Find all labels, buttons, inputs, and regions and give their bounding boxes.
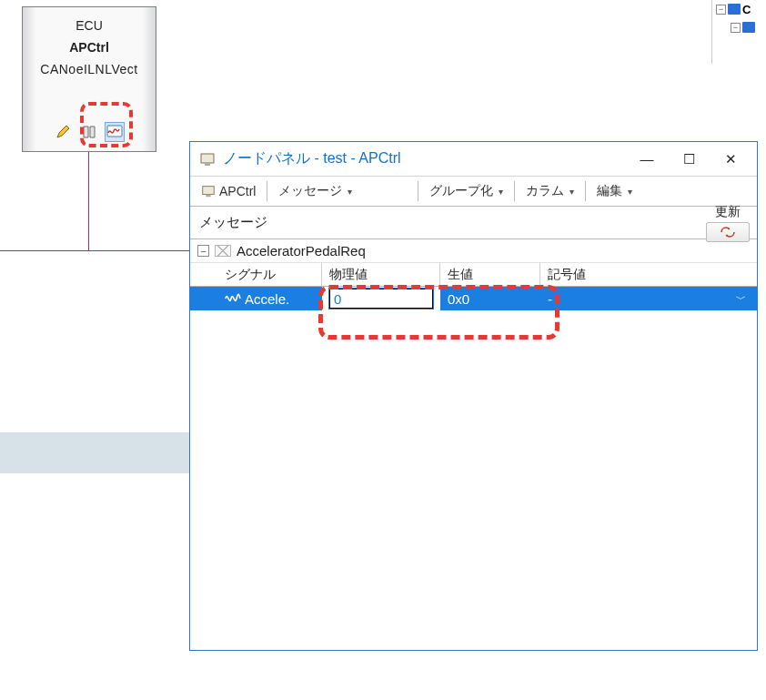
raw-value-cell: 0x0 (440, 287, 540, 310)
minimize-button[interactable]: — (626, 146, 668, 173)
message-dropdown[interactable]: メッセージ ▾ (271, 180, 359, 202)
close-button[interactable]: ✕ (710, 146, 751, 173)
ecu-name-label: APCtrl (23, 40, 156, 55)
col-signal[interactable]: シグナル (217, 263, 322, 286)
message-name: AcceleratorPedalReq (237, 243, 366, 259)
chevron-down-icon: ▾ (569, 187, 574, 197)
message-tree-row[interactable]: − AcceleratorPedalReq (190, 239, 757, 263)
toolbar: APCtrl メッセージ ▾ グループ化 ▾ カラム ▾ 編集 ▾ (190, 177, 757, 207)
svg-rect-1 (201, 154, 214, 163)
svg-rect-4 (206, 195, 210, 198)
groupby-dropdown[interactable]: グループ化 ▾ (422, 180, 510, 202)
signal-row[interactable]: Accele. 0x0 - ﹀ (190, 287, 757, 310)
node-selector-label: APCtrl (219, 184, 256, 198)
column-dropdown[interactable]: カラム ▾ (519, 180, 581, 202)
col-symbol[interactable]: 記号値 (540, 263, 757, 286)
refresh-button[interactable] (706, 222, 750, 242)
chevron-down-icon[interactable]: ﹀ (736, 292, 746, 306)
node-panel-window: ノードパネル - test - APCtrl — ☐ ✕ APCtrl メッセー… (189, 141, 758, 651)
toolbar-separator (585, 181, 586, 201)
ecu-dll-label: CANoeILNLVect (23, 62, 156, 76)
tree-row[interactable]: − C (712, 0, 766, 18)
message-header-bar: メッセージ 更新 (190, 207, 757, 239)
ecu-type-label: ECU (23, 18, 156, 33)
signal-wave-icon (225, 293, 241, 304)
col-raw[interactable]: 生値 (440, 263, 540, 286)
edit-dropdown[interactable]: 編集 ▾ (590, 180, 640, 202)
refresh-label: 更新 (715, 204, 741, 220)
app-icon (199, 151, 216, 167)
tree-collapse-icon[interactable]: − (731, 23, 741, 33)
tree-node-label: C (742, 3, 751, 16)
message-header-label: メッセージ (199, 214, 267, 231)
chevron-down-icon: ▾ (499, 187, 503, 197)
node-selector-button[interactable]: APCtrl (194, 181, 263, 201)
connector-line (88, 152, 89, 250)
chevron-down-icon: ▾ (628, 187, 632, 197)
window-title: ノードパネル - test - APCtrl (223, 149, 401, 168)
toolbar-separator (267, 181, 267, 201)
scope-icon[interactable] (105, 122, 125, 142)
connector-line (0, 250, 189, 251)
tree-collapse-icon[interactable]: − (197, 245, 209, 257)
svg-rect-3 (203, 187, 214, 195)
pencil-icon[interactable] (54, 122, 74, 142)
ecu-node-block[interactable]: ECU APCtrl CANoeILNLVect (22, 6, 156, 152)
symbol-value-cell: - (548, 291, 552, 307)
message-icon (215, 245, 231, 257)
toolbar-separator (418, 181, 418, 201)
project-tree-sliver: − C − (711, 0, 766, 64)
physical-value-input[interactable] (329, 289, 433, 309)
chevron-down-icon: ▾ (348, 187, 352, 197)
signal-name: Accele. (245, 291, 289, 307)
canvas-background (0, 432, 189, 473)
column-header-row: シグナル 物理値 生値 記号値 (190, 263, 757, 287)
tree-row[interactable]: − (712, 18, 766, 36)
titlebar[interactable]: ノードパネル - test - APCtrl — ☐ ✕ (190, 142, 757, 177)
network-icon (742, 22, 755, 33)
book-icon[interactable] (79, 122, 99, 142)
svg-rect-2 (205, 163, 210, 166)
tree-collapse-icon[interactable]: − (716, 5, 726, 15)
maximize-button[interactable]: ☐ (668, 146, 710, 173)
toolbar-separator (514, 181, 515, 201)
col-physical[interactable]: 物理値 (322, 263, 440, 286)
network-icon (728, 4, 741, 15)
